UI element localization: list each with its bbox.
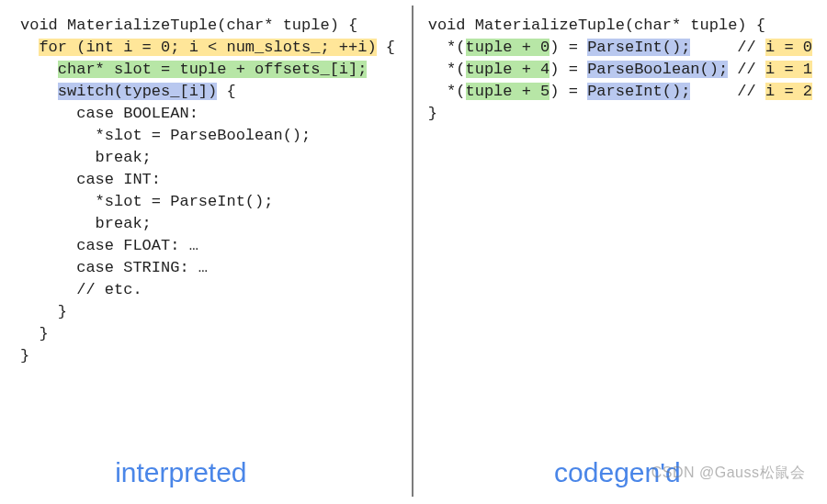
- code-segment: void MaterializeTuple(char* tuple) {: [20, 17, 357, 34]
- code-segment: *slot = ParseBoolean();: [20, 127, 311, 144]
- code-segment: break;: [20, 215, 152, 232]
- code-segment: ) =: [549, 39, 587, 56]
- code-line: *slot = ParseBoolean();: [20, 125, 402, 147]
- code-segment: [20, 83, 58, 100]
- code-segment: // etc.: [20, 281, 142, 298]
- code-segment: *slot = ParseInt();: [20, 193, 273, 210]
- code-segment: case STRING: …: [20, 259, 208, 276]
- code-line: case FLOAT: …: [20, 235, 402, 257]
- code-line: }: [20, 301, 402, 323]
- code-line: void MaterializeTuple(char* tuple) {: [428, 15, 812, 37]
- code-segment: ) =: [549, 83, 587, 100]
- code-segment: tuple + 4: [466, 61, 550, 78]
- code-segment: //: [690, 39, 765, 56]
- code-segment: }: [20, 347, 29, 364]
- right-caption: codegen'd: [417, 462, 818, 497]
- left-caption: interpreted: [9, 462, 408, 497]
- comparison-container: void MaterializeTuple(char* tuple) { for…: [0, 0, 827, 504]
- code-line: *slot = ParseInt();: [20, 191, 402, 213]
- left-code-block: void MaterializeTuple(char* tuple) { for…: [9, 6, 408, 462]
- code-segment: void MaterializeTuple(char* tuple) {: [428, 17, 765, 34]
- left-pane: void MaterializeTuple(char* tuple) { for…: [9, 6, 408, 497]
- code-segment: tuple + 5: [466, 83, 550, 100]
- code-segment: [20, 39, 39, 56]
- code-segment: break;: [20, 149, 152, 166]
- code-segment: }: [428, 105, 437, 122]
- code-segment: tuple + 0: [466, 39, 550, 56]
- code-line: char* slot = tuple + offsets_[i];: [20, 59, 402, 81]
- code-segment: }: [20, 303, 67, 320]
- code-segment: i = 1: [765, 61, 812, 78]
- right-code-block: void MaterializeTuple(char* tuple) { *(t…: [417, 6, 818, 462]
- code-segment: case BOOLEAN:: [20, 105, 198, 122]
- code-line: switch(types_[i]) {: [20, 81, 402, 103]
- code-segment: *(: [428, 61, 466, 78]
- code-line: break;: [20, 213, 402, 235]
- right-pane: void MaterializeTuple(char* tuple) { *(t…: [417, 6, 818, 497]
- code-segment: case FLOAT: …: [20, 237, 198, 254]
- code-line: *(tuple + 4) = ParseBoolean(); // i = 1: [428, 59, 812, 81]
- code-segment: case INT:: [20, 171, 161, 188]
- code-line: *(tuple + 0) = ParseInt(); // i = 0: [428, 37, 812, 59]
- code-segment: for (int i = 0; i < num_slots_; ++i): [39, 39, 376, 56]
- code-segment: i = 2: [765, 83, 812, 100]
- code-segment: *(: [428, 39, 466, 56]
- code-line: // etc.: [20, 279, 402, 301]
- code-segment: *(: [428, 83, 466, 100]
- code-line: for (int i = 0; i < num_slots_; ++i) {: [20, 37, 402, 59]
- code-line: break;: [20, 147, 402, 169]
- code-segment: ParseInt();: [587, 39, 690, 56]
- code-line: case BOOLEAN:: [20, 103, 402, 125]
- code-line: void MaterializeTuple(char* tuple) {: [20, 15, 402, 37]
- code-segment: ParseBoolean();: [587, 61, 728, 78]
- code-segment: ) =: [549, 61, 587, 78]
- code-line: case INT:: [20, 169, 402, 191]
- vertical-divider: [412, 6, 414, 497]
- code-line: }: [20, 323, 402, 345]
- code-segment: [20, 61, 58, 78]
- code-segment: {: [217, 83, 235, 100]
- code-line: }: [428, 103, 812, 125]
- code-segment: switch(types_[i]): [58, 83, 217, 100]
- code-line: }: [20, 345, 402, 367]
- code-segment: i = 0: [765, 39, 812, 56]
- code-segment: }: [20, 325, 49, 342]
- code-segment: //: [728, 61, 765, 78]
- code-segment: //: [690, 83, 765, 100]
- code-segment: ParseInt();: [587, 83, 690, 100]
- code-segment: {: [377, 39, 395, 56]
- code-segment: char* slot = tuple + offsets_[i];: [58, 61, 368, 78]
- code-line: case STRING: …: [20, 257, 402, 279]
- code-line: *(tuple + 5) = ParseInt(); // i = 2: [428, 81, 812, 103]
